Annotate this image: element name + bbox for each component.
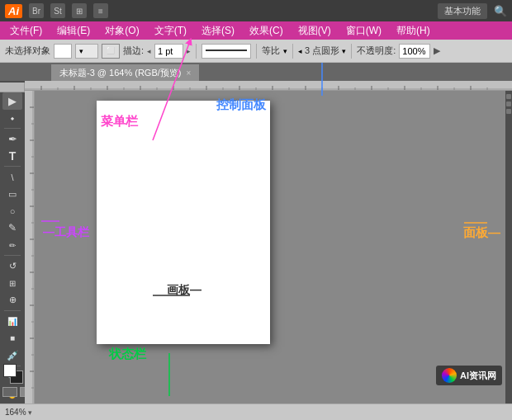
- document-tab[interactable]: 未标题-3 @ 164% (RGB/预览) ×: [51, 64, 199, 81]
- bridge-icon[interactable]: Br: [29, 3, 44, 18]
- direct-selection-tool[interactable]: ⬥: [2, 110, 22, 127]
- gradient-tool[interactable]: ■: [2, 330, 22, 347]
- watermark-icon: [442, 368, 457, 383]
- stroke-input[interactable]: [154, 44, 183, 59]
- panel-dot-3: [506, 109, 511, 114]
- tool-separator-3: [4, 255, 21, 256]
- menu-bar: 文件(F) 编辑(E) 对象(O) 文字(T) 选择(S) 效果(C) 视图(V…: [0, 21, 512, 40]
- tab-close-button[interactable]: ×: [186, 68, 191, 78]
- status-dropdown[interactable]: ▾: [28, 408, 32, 417]
- app-logo: Ai: [5, 4, 22, 18]
- toolbar: ▶ ⬥ ✒ T \ ▭ ○ ✎ ✏ ↺ ⊞ ⊕ 📊 ■ 💉 🔍 ✋: [0, 81, 25, 403]
- menu-text[interactable]: 文字(T): [148, 22, 193, 40]
- menu-window[interactable]: 窗口(W): [339, 22, 388, 40]
- ratio-label: 等比: [262, 45, 280, 57]
- fill-color-box[interactable]: [54, 44, 72, 59]
- tool-separator-1: [4, 128, 21, 129]
- watermark-text: AI资讯网: [460, 370, 496, 382]
- menu-view[interactable]: 视图(V): [292, 22, 338, 40]
- ratio-dropdown-arrow[interactable]: ▾: [283, 47, 287, 55]
- ruler-vertical: [25, 91, 35, 403]
- shape-selector[interactable]: ◂ 3 点圆形 ▾: [298, 45, 346, 57]
- main-area: ▶ ⬥ ✒ T \ ▭ ○ ✎ ✏ ↺ ⊞ ⊕ 📊 ■ 💉 🔍 ✋: [0, 81, 512, 403]
- eyedropper-tool[interactable]: 💉: [2, 347, 22, 364]
- ruler-corner: [0, 83, 25, 92]
- zoom-level: 164%: [5, 408, 26, 417]
- tool-separator-2: [4, 166, 21, 167]
- brush-tool[interactable]: ✎: [2, 219, 22, 237]
- annotation-panel: 面板—: [463, 225, 500, 241]
- mode-icons-area: [2, 387, 25, 397]
- title-bar: Ai Br St ⊞ ≡ 基本功能 🔍: [0, 0, 512, 21]
- selection-tool[interactable]: ▶: [2, 92, 22, 110]
- warp-tool[interactable]: ⊕: [2, 292, 22, 309]
- ruler-h-marks: [25, 81, 512, 91]
- opacity-label: 不透明度:: [357, 45, 396, 57]
- stroke-edge-label: 描边:: [123, 45, 144, 57]
- graph-tool[interactable]: 📊: [2, 313, 22, 330]
- opacity-input[interactable]: [399, 44, 430, 59]
- canvas-wrapper: 菜单栏 控制面板 —工具栏 画板— 状态栏: [25, 81, 512, 403]
- annotation-canvas: 画板—: [167, 283, 201, 298]
- text-tool[interactable]: T: [2, 148, 22, 165]
- watermark: AI资讯网: [436, 366, 502, 385]
- pencil-tool[interactable]: ✏: [2, 237, 22, 254]
- menu-select[interactable]: 选择(S): [195, 22, 241, 40]
- annotation-controlpanel: 控制面板: [216, 97, 266, 113]
- no-selection-label: 未选择对象: [5, 45, 50, 57]
- annotation-menubar: 菜单栏: [101, 114, 138, 130]
- artboard: [97, 101, 270, 344]
- tab-bar: 未标题-3 @ 164% (RGB/预览) ×: [0, 63, 512, 81]
- tool-separator-4: [4, 310, 21, 311]
- menu-help[interactable]: 帮助(H): [390, 22, 437, 40]
- pen-tool[interactable]: ✒: [2, 130, 22, 148]
- search-icon[interactable]: 🔍: [494, 5, 507, 17]
- stroke-left-arrow[interactable]: ◂: [147, 47, 151, 55]
- menu-edit[interactable]: 编辑(E): [50, 22, 97, 40]
- screen-mode-icon[interactable]: [2, 387, 17, 397]
- canvas-area[interactable]: 菜单栏 控制面板 —工具栏 画板— 状态栏: [35, 91, 512, 403]
- control-bar: 未选择对象 ▾ ⬜ 描边: ◂ ▸ 等比 ▾ ◂ 3 点圆形 ▾ 不透明度: ▶: [0, 40, 512, 63]
- line-tool[interactable]: \: [2, 168, 22, 186]
- menu-effect[interactable]: 效果(C): [243, 22, 290, 40]
- workspace-button[interactable]: 基本功能: [438, 3, 487, 19]
- stroke-right-arrow: ▸: [187, 47, 191, 55]
- menu-file[interactable]: 文件(F): [3, 22, 49, 40]
- fill-dropdown[interactable]: ▾: [75, 44, 98, 59]
- stock-icon[interactable]: St: [50, 3, 65, 18]
- foreground-color[interactable]: [3, 364, 17, 377]
- menu-object[interactable]: 对象(O): [98, 22, 145, 40]
- stroke-style-preview: [201, 44, 251, 59]
- status-bar: 164% ▾: [0, 403, 512, 420]
- tab-title: 未标题-3 @ 164% (RGB/预览): [59, 67, 181, 79]
- stroke-box[interactable]: ⬜: [102, 44, 120, 59]
- annotation-statusbar: 状态栏: [109, 347, 146, 362]
- rotate-tool[interactable]: ↺: [2, 257, 22, 275]
- ruler-horizontal: [25, 81, 512, 91]
- arrange-icon[interactable]: ≡: [93, 3, 108, 18]
- panel-dot-1: [506, 94, 511, 99]
- ruler-v-marks: [25, 91, 35, 403]
- annotation-toolbar: —工具栏: [43, 225, 89, 240]
- color-area: [3, 364, 17, 377]
- canvas-with-vruler: 菜单栏 控制面板 —工具栏 画板— 状态栏: [25, 91, 512, 403]
- right-panel-strip: [505, 91, 512, 403]
- ellipse-tool[interactable]: ○: [2, 203, 22, 220]
- more-arrow[interactable]: ▶: [434, 45, 440, 56]
- rect-tool[interactable]: ▭: [2, 186, 22, 203]
- panel-dot-2: [506, 101, 511, 106]
- scale-tool[interactable]: ⊞: [2, 275, 22, 292]
- workspace-icon[interactable]: ⊞: [72, 3, 87, 18]
